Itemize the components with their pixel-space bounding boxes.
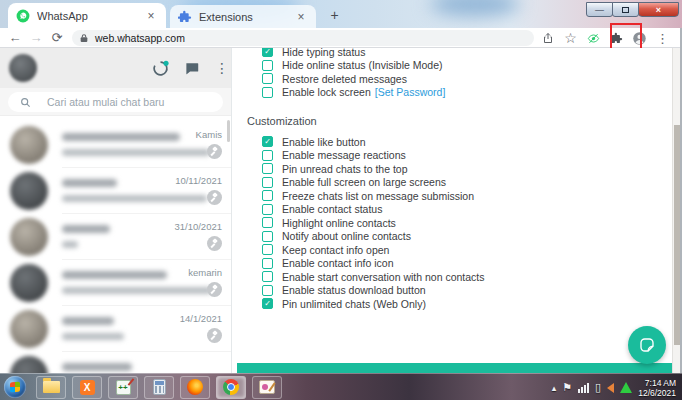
tab-extensions[interactable]: Extensions ×	[170, 5, 316, 28]
checkbox[interactable]: ✓	[262, 163, 273, 174]
new-tab-button[interactable]: +	[326, 7, 343, 24]
save-bar[interactable]	[237, 363, 672, 373]
checkbox[interactable]: ✓	[262, 60, 273, 71]
checkbox[interactable]: ✓	[262, 258, 273, 269]
redacted-chat-preview	[62, 195, 207, 202]
chat-list-item[interactable]: 10/11/2021	[0, 168, 231, 214]
chat-list-item[interactable]: 31/10/2021	[0, 214, 231, 260]
sticker-icon	[638, 336, 656, 354]
customization-settings-list: ✓ Enable like button ✓ Enable message re…	[232, 135, 672, 311]
tray-clock[interactable]: 7:14 AM 12/6/2021	[638, 378, 676, 398]
taskbar-item-calculator[interactable]	[144, 376, 174, 399]
new-chat-icon[interactable]	[184, 61, 200, 76]
chat-list-item[interactable]: kemarin	[0, 260, 231, 306]
restore-button[interactable]	[612, 2, 639, 17]
back-button[interactable]: ←	[6, 28, 24, 48]
taskbar-item-dev-cpp[interactable]: ++	[108, 376, 138, 399]
tray-date: 12/6/2021	[638, 388, 676, 398]
status-icon[interactable]	[152, 60, 169, 77]
close-button[interactable]: ×	[638, 2, 679, 17]
redacted-chat-name	[62, 363, 132, 371]
pinned-icon	[207, 236, 222, 251]
setting-label: Hide typing status	[282, 48, 365, 58]
setting-label: Keep contact info open	[282, 244, 389, 256]
checkbox[interactable]: ✓	[262, 271, 273, 282]
checkbox[interactable]: ✓	[262, 73, 273, 84]
bookmark-star-icon[interactable]: ☆	[559, 29, 582, 47]
checkbox[interactable]: ✓	[262, 87, 273, 98]
redacted-chat-preview	[62, 287, 212, 294]
whatsapp-sidebar: ⋮ Cari atau mulai chat baru Kamis	[0, 48, 232, 373]
chat-list: Kamis 10/11/2021 31/10/2021	[0, 116, 231, 373]
browser-menu-icon[interactable]: ⋮	[651, 29, 674, 47]
sidebar-menu-icon[interactable]: ⋮	[215, 59, 225, 77]
checkbox[interactable]: ✓	[262, 48, 273, 57]
forward-button[interactable]: →	[27, 28, 45, 48]
set-password-link[interactable]: [Set Password]	[375, 86, 446, 98]
profile-avatar-icon[interactable]	[628, 29, 651, 47]
setting-label: Pin unread chats to the top	[282, 163, 408, 175]
reload-button[interactable]: ⟳	[48, 28, 66, 48]
chat-list-item[interactable]	[0, 352, 231, 373]
extensions-puzzle-icon[interactable]	[605, 29, 628, 47]
antivirus-icon[interactable]	[620, 382, 632, 393]
search-input[interactable]: Cari atau mulai chat baru	[8, 92, 223, 112]
checkbox[interactable]: ✓	[262, 244, 273, 255]
setting-label: Enable message reactions	[282, 149, 406, 161]
checkbox[interactable]: ✓	[262, 217, 273, 228]
tab-whatsapp[interactable]: WhatsApp ×	[8, 3, 166, 28]
user-avatar[interactable]	[9, 54, 37, 82]
checkbox[interactable]: ✓	[262, 204, 273, 215]
tab-close-icon[interactable]: ×	[144, 9, 158, 23]
share-icon[interactable]	[536, 29, 559, 47]
checkbox[interactable]: ✓	[262, 298, 273, 309]
setting-label: Enable like button	[282, 136, 365, 148]
setting-label: Enable status download button	[282, 284, 426, 296]
tab-close-icon[interactable]: ×	[294, 10, 308, 24]
taskbar-item-firefox[interactable]	[180, 376, 210, 399]
pinned-icon	[207, 190, 222, 205]
paint-icon	[259, 380, 275, 394]
checkbox[interactable]: ✓	[262, 136, 273, 147]
browser-toolbar: ← → ⟳ web.whatsapp.com ☆	[0, 28, 682, 48]
action-center-flag-icon[interactable]: ⚑	[562, 381, 572, 394]
setting-row: ✓ Enable lock screen [Set Password]	[232, 86, 672, 100]
search-icon	[20, 97, 31, 108]
content-scrollbar[interactable]	[672, 48, 680, 373]
checkbox[interactable]: ✓	[262, 231, 273, 242]
setting-label: Enable contact status	[282, 203, 382, 215]
chat-avatar	[10, 310, 48, 348]
setting-label: Highlight online contacts	[282, 217, 396, 229]
sticker-fab-button[interactable]	[628, 326, 666, 364]
setting-label: Enable full screen on large screens	[282, 176, 446, 188]
invisible-mode-extension-icon[interactable]	[582, 29, 605, 47]
minimize-button[interactable]: —	[586, 2, 613, 17]
setting-row: ✓ Enable message reactions	[232, 149, 672, 163]
taskbar-item-xampp[interactable]: X	[72, 376, 102, 399]
taskbar-item-explorer[interactable]	[36, 376, 66, 399]
start-button[interactable]	[4, 376, 26, 398]
address-bar[interactable]: web.whatsapp.com	[72, 30, 534, 46]
setting-label: Freeze chats list on message submission	[282, 190, 474, 202]
tray-expand-icon[interactable]: ▴	[552, 383, 557, 393]
setting-label: Notify about online contacts	[282, 230, 411, 242]
chat-list-item[interactable]: Kamis	[0, 122, 231, 168]
checkbox[interactable]: ✓	[262, 177, 273, 188]
checkbox[interactable]: ✓	[262, 150, 273, 161]
checkbox[interactable]: ✓	[262, 285, 273, 296]
network-signal-icon[interactable]	[578, 383, 589, 393]
taskbar-item-chrome-active[interactable]	[216, 376, 246, 399]
taskbar-item-paint[interactable]	[252, 376, 282, 399]
chat-avatar	[10, 218, 48, 256]
checkbox[interactable]: ✓	[262, 190, 273, 201]
safely-remove-icon[interactable]: ▯	[595, 381, 601, 394]
setting-label: Enable contact info icon	[282, 257, 394, 269]
sidebar-scrollbar[interactable]	[227, 120, 230, 142]
tab-label: WhatsApp	[37, 10, 144, 22]
chat-list-item[interactable]: 14/1/2021	[0, 306, 231, 352]
setting-row: ✓ Hide online status (Invisible Mode)	[232, 59, 672, 73]
volume-icon[interactable]	[607, 383, 614, 393]
chat-avatar	[10, 172, 48, 210]
chat-avatar	[10, 264, 48, 302]
setting-row: ✓ Keep contact info open	[232, 243, 672, 257]
